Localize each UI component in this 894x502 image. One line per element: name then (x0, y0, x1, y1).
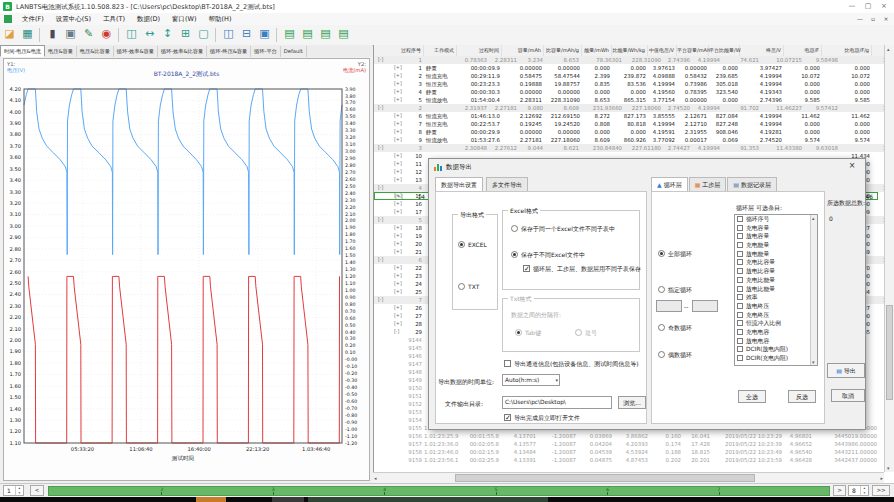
dialog-close-icon[interactable]: × (839, 159, 865, 174)
expand-icon[interactable]: [+] (394, 208, 402, 216)
cycle-item[interactable]: 放电终压 (735, 302, 817, 311)
column-header[interactable]: 过程序号 (374, 45, 424, 56)
scroll-up-icon[interactable]: ▴ (812, 215, 815, 221)
step-row[interactable]: 6[+]恒流充电01:46:13.02.12692212.691508.2728… (374, 112, 885, 120)
zoom-fit-icon[interactable]: ⊞ (177, 26, 194, 43)
step-row[interactable]: 7[+]恒压充电00:22:53.70.1924519.245200.80880… (374, 120, 885, 128)
page-mark-4[interactable]: 4 (383, 487, 386, 495)
chart-edit-icon[interactable]: ✎ (80, 26, 97, 43)
radio-odd-cycles[interactable]: 奇数循环 (658, 324, 692, 333)
record-row[interactable]: 91591.01:23:56.100:02:25.94.13391-1.2008… (374, 456, 885, 464)
chart-tab-1[interactable]: 时间-电压&电流 (0, 45, 45, 57)
expand-icon[interactable]: [+] (394, 240, 402, 248)
radio-tab-key[interactable]: Tab键 (515, 329, 541, 338)
radio-excel[interactable]: EXCEL (458, 241, 487, 248)
collapse-icon[interactable]: [-] (378, 256, 383, 264)
record-row[interactable]: 91581.01:23:46.000:02:15.94.13484-1.2008… (374, 448, 885, 456)
radio-txt[interactable]: TXT (458, 283, 479, 290)
item-checkbox[interactable] (737, 355, 743, 361)
collapse-icon[interactable]: [-] (394, 328, 399, 336)
cycle-row[interactable]: 1[-]0.783632.283113.2348.65378.36301228.… (374, 56, 885, 64)
step-row[interactable]: 5[+]恒流放电01:54:00.42.28311228.310908.6538… (374, 96, 885, 104)
menu-工具(T)[interactable]: 工具(T) (97, 13, 131, 25)
alarm-icon[interactable]: ◉ (98, 26, 115, 43)
column-header[interactable]: 平台比能量/W (709, 45, 740, 56)
cycle-item[interactable]: 充电终压 (735, 311, 817, 320)
cycle-item[interactable]: 充电比能量 (735, 276, 817, 285)
column-header[interactable]: 比能量/Wh/kg (612, 45, 648, 56)
item-checkbox[interactable] (737, 251, 743, 257)
page-spinner-left[interactable]: 1 ▴▾ (3, 485, 24, 496)
record-row[interactable]: 91571.01:23:36.000:02:05.84.13577-1.2008… (374, 440, 885, 448)
expand-icon[interactable]: [+] (394, 272, 402, 280)
cycle-range-end-input[interactable] (692, 300, 718, 312)
close-button[interactable]: × (876, 0, 892, 12)
menu-设置中心(S)[interactable]: 设置中心(S) (50, 13, 97, 25)
zoom-horizontal-icon[interactable]: ↔ (141, 26, 158, 43)
collapse-icon[interactable]: [-] (378, 216, 383, 224)
zoom-vertical-icon[interactable]: ↕ (159, 26, 176, 43)
page-mark-7[interactable]: 7 (718, 487, 721, 495)
scroll-right-icon[interactable]: ▸ (880, 475, 883, 481)
page-mark-6[interactable]: 6 (606, 487, 609, 495)
page-mark-2[interactable]: 2 (160, 487, 163, 495)
select-all-button[interactable]: 全选 (738, 390, 766, 403)
item-checkbox[interactable] (737, 268, 743, 274)
tab-record-layer[interactable]: ▤数据记录层 (727, 177, 777, 191)
radio-all-cycles[interactable]: 全部循环 (658, 250, 692, 259)
expand-icon[interactable]: [+] (394, 112, 402, 120)
chart-tab-7[interactable]: 循环-平台 (251, 46, 281, 57)
page-spinner-right[interactable]: 8 ▴▾ (848, 485, 869, 496)
expand-icon[interactable]: [+] (394, 96, 402, 104)
cycle-item[interactable]: 效率 (735, 293, 817, 302)
expand-icon[interactable]: [+] (394, 224, 402, 232)
cycle-item[interactable]: DCIR(充电内阻) (735, 354, 817, 363)
check-open-after-export[interactable]: 导出完成后立即打开文件 (504, 414, 580, 423)
menu-帮助(H)[interactable]: 帮助(H) (203, 13, 238, 25)
column-header[interactable]: 工作模式 (424, 45, 457, 56)
mdi-restore-button[interactable]: ▫ (867, 14, 879, 24)
step-row[interactable]: 1[+]静置00:00:09.90.000000.000000.0000.000… (374, 64, 885, 72)
menu-数据(D)[interactable]: 数据(D) (131, 13, 166, 25)
device-icon[interactable]: ▮ (44, 26, 61, 43)
cycle-item[interactable]: 放电比能量 (735, 285, 817, 294)
tab-cycle-layer[interactable]: ▲循环层 (651, 177, 688, 191)
list-view-1-icon[interactable]: ▤ (281, 26, 298, 43)
expand-icon[interactable]: [+] (394, 72, 402, 80)
expand-icon[interactable]: [+] (394, 200, 402, 208)
record-row[interactable]: 91561.01:23:25.900:01:55.84.13701-1.2008… (374, 432, 885, 440)
cancel-button[interactable]: 取消 (831, 389, 865, 402)
spinner-arrows-icon[interactable]: ▴▾ (860, 486, 868, 495)
maximize-button[interactable]: ▢ (860, 0, 876, 12)
check-separate-sheets[interactable]: 循环层、工步层、数据层用不同子表保存 (523, 265, 641, 274)
expand-icon[interactable]: [+] (394, 152, 402, 160)
scroll-down-icon[interactable]: ▾ (812, 359, 815, 365)
item-checkbox[interactable] (737, 329, 743, 335)
item-checkbox[interactable] (737, 303, 743, 309)
tile-horizontal-icon[interactable]: ⊟ (238, 26, 255, 43)
cycle-item[interactable]: 放电能量 (735, 250, 817, 259)
expand-icon[interactable]: [+] (394, 168, 402, 176)
expand-icon[interactable]: [+] (394, 128, 402, 136)
menu-文件(F)[interactable]: 文件(F) (16, 13, 50, 25)
cycle-item[interactable]: 放电电容 (735, 337, 817, 346)
time-unit-select[interactable]: Auto(h:m:s)▾ (502, 374, 560, 386)
item-checkbox[interactable] (737, 225, 743, 231)
expand-icon[interactable]: [+] (394, 80, 402, 88)
cycle-item[interactable]: 充电电容 (735, 328, 817, 337)
expand-icon[interactable]: [+] (394, 304, 402, 312)
hscroll-thumb[interactable] (455, 474, 755, 482)
cycle-item[interactable]: DCIR(放电内阻) (735, 345, 817, 354)
cycle-item[interactable]: 循环序号 (735, 215, 817, 224)
collapse-icon[interactable]: [-] (378, 144, 383, 152)
table-horizontal-scrollbar[interactable]: ◂ ▸ (373, 472, 884, 483)
expand-icon[interactable]: [+] (394, 136, 402, 144)
expand-icon[interactable]: [+] (394, 264, 402, 272)
list-view-2-icon[interactable]: ▤ (299, 26, 316, 43)
spinner-arrows-icon[interactable]: ▴▾ (15, 486, 23, 495)
cycle-item[interactable]: 恒流冲入比例 (735, 319, 817, 328)
item-checkbox[interactable] (737, 312, 743, 318)
select-region-icon[interactable]: ▢ (195, 26, 212, 43)
cycle-item[interactable]: 放电比容量 (735, 267, 817, 276)
item-checkbox[interactable] (737, 346, 743, 352)
